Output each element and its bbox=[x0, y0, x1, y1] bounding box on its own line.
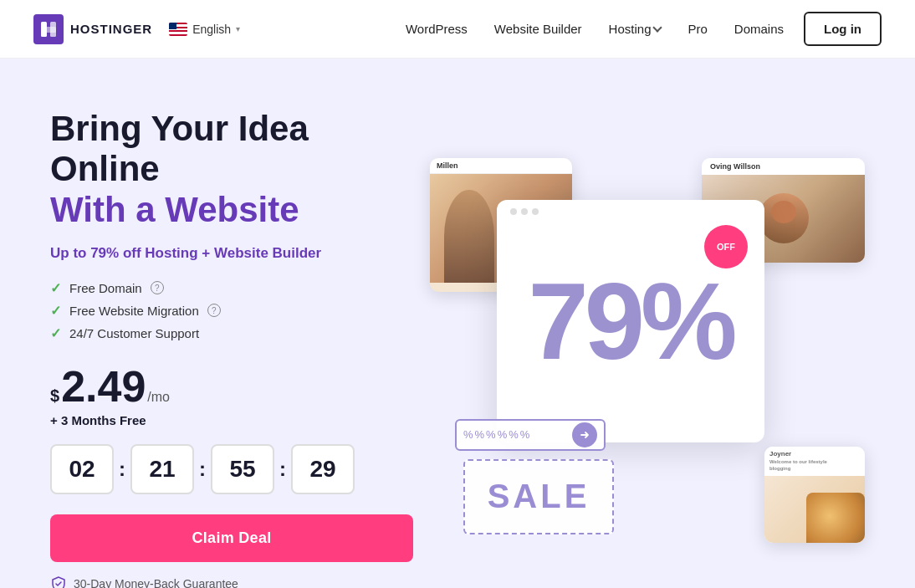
hero-title-line1: Bring Your Idea Online bbox=[50, 109, 413, 190]
millen-header: Millen bbox=[430, 158, 572, 174]
tooltip-icon-2[interactable]: ? bbox=[207, 304, 221, 317]
logo[interactable]: HOSTINGER bbox=[33, 14, 152, 44]
discount-card: 79% OFF bbox=[497, 200, 764, 442]
sale-card: SALE bbox=[463, 459, 614, 534]
logo-icon bbox=[33, 14, 64, 44]
chevron-down-icon: ▾ bbox=[236, 24, 240, 33]
arrow-button[interactable] bbox=[572, 422, 597, 447]
countdown-seconds: 55 bbox=[211, 444, 274, 494]
hero-subtitle-suffix: off Hosting + Website Builder bbox=[119, 245, 321, 261]
claim-deal-button[interactable]: Claim Deal bbox=[50, 514, 413, 562]
check-icon-3: ✓ bbox=[50, 325, 61, 341]
nav-links: WordPress Website Builder Hosting Pro Do… bbox=[406, 22, 784, 37]
price-dollar: $ bbox=[50, 386, 59, 406]
logo-text: HOSTINGER bbox=[70, 22, 152, 36]
toolbar-dot-3 bbox=[532, 208, 539, 215]
feature-text-1: Free Domain bbox=[69, 281, 142, 295]
feature-text-2: Free Website Migration bbox=[69, 304, 199, 318]
countdown-sep-2: : bbox=[194, 458, 211, 481]
nav-item-pro[interactable]: Pro bbox=[688, 22, 707, 37]
guarantee-text: 30-Day Money-Back Guarantee bbox=[74, 577, 238, 588]
features-list: ✓ Free Domain ? ✓ Free Website Migration… bbox=[50, 280, 413, 341]
oving-header: Oving Willson bbox=[702, 158, 865, 175]
big-percent-value: 79% bbox=[528, 267, 733, 376]
lang-label: English bbox=[192, 23, 231, 36]
nav-link-domains[interactable]: Domains bbox=[734, 22, 784, 36]
price-amount: 2.49 bbox=[61, 365, 146, 408]
check-icon-2: ✓ bbox=[50, 303, 61, 319]
input-placeholder: %%%%%% bbox=[463, 428, 565, 441]
nav-item-domains[interactable]: Domains bbox=[734, 22, 784, 37]
countdown-minutes: 21 bbox=[130, 444, 194, 494]
hero-section: Bring Your Idea Online With a Website Up… bbox=[0, 59, 915, 588]
nav-item-hosting[interactable]: Hosting bbox=[609, 22, 662, 36]
card-toolbar bbox=[510, 208, 539, 215]
countdown-timer: 02 : 21 : 55 : 29 bbox=[50, 444, 413, 494]
price-period: /mo bbox=[147, 390, 170, 405]
toolbar-dot-1 bbox=[510, 208, 517, 215]
tooltip-icon-1[interactable]: ? bbox=[151, 281, 164, 294]
hero-content: Bring Your Idea Online With a Website Up… bbox=[50, 109, 413, 588]
navbar: HOSTINGER English ▾ WordPress Website Bu… bbox=[0, 0, 915, 59]
check-icon-1: ✓ bbox=[50, 280, 61, 296]
input-bar[interactable]: %%%%%% bbox=[455, 419, 606, 451]
nav-item-wordpress[interactable]: WordPress bbox=[406, 22, 468, 37]
joyner-card: Joyner Welcome to our lifestyleblogging bbox=[764, 447, 865, 543]
sale-text: SALE bbox=[488, 478, 590, 515]
joyner-label: Joyner bbox=[769, 450, 791, 458]
countdown-ms: 29 bbox=[291, 444, 355, 494]
hosting-chevron-icon bbox=[653, 23, 662, 32]
nav-item-website-builder[interactable]: Website Builder bbox=[494, 22, 582, 37]
flag-icon bbox=[169, 23, 187, 36]
language-selector[interactable]: English ▾ bbox=[169, 23, 240, 36]
hero-title-line2: With a Website bbox=[50, 190, 413, 230]
svg-rect-2 bbox=[41, 27, 56, 33]
shield-icon bbox=[50, 575, 67, 588]
toolbar-dot-2 bbox=[521, 208, 528, 215]
guarantee-row: 30-Day Money-Back Guarantee bbox=[50, 575, 413, 588]
countdown-sep-1: : bbox=[114, 458, 130, 481]
nav-link-website-builder[interactable]: Website Builder bbox=[494, 22, 582, 36]
nav-link-wordpress[interactable]: WordPress bbox=[406, 22, 468, 36]
oving-face-shape bbox=[759, 193, 809, 243]
joyner-body bbox=[764, 476, 865, 543]
feature-text-3: 24/7 Customer Support bbox=[69, 326, 199, 340]
feature-item-migration: ✓ Free Website Migration ? bbox=[50, 303, 413, 319]
person-silhouette-1 bbox=[444, 190, 494, 283]
countdown-hours: 02 bbox=[50, 444, 114, 494]
visual-container: Millen Oving Willson bbox=[413, 158, 865, 543]
joyner-header: Joyner Welcome to our lifestyleblogging bbox=[764, 447, 865, 476]
off-badge: OFF bbox=[704, 225, 748, 268]
feature-item-domain: ✓ Free Domain ? bbox=[50, 280, 413, 296]
nav-link-hosting[interactable]: Hosting bbox=[609, 22, 662, 36]
price-display: $ 2.49 /mo bbox=[50, 365, 413, 408]
login-button[interactable]: Log in bbox=[804, 12, 882, 46]
free-months-label: + 3 Months Free bbox=[50, 413, 413, 427]
feature-item-support: ✓ 24/7 Customer Support bbox=[50, 325, 413, 341]
hero-subtitle-prefix: Up to bbox=[50, 245, 90, 261]
joyner-subtitle: Welcome to our lifestyleblogging bbox=[769, 459, 860, 473]
hero-visual: Millen Oving Willson bbox=[413, 141, 865, 560]
hero-discount: 79% bbox=[90, 245, 119, 261]
countdown-sep-3: : bbox=[274, 458, 291, 481]
hero-subtitle: Up to 79% off Hosting + Website Builder bbox=[50, 245, 413, 262]
nav-link-pro[interactable]: Pro bbox=[688, 22, 707, 36]
joyner-cup-shape bbox=[806, 493, 865, 543]
